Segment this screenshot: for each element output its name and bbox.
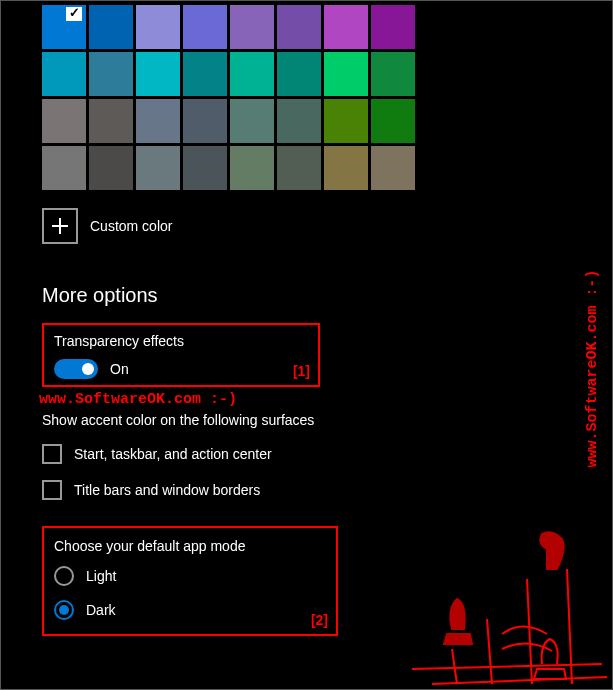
transparency-label: Transparency effects: [54, 333, 308, 349]
toggle-knob: [82, 363, 94, 375]
custom-color-button[interactable]: [42, 208, 78, 244]
checkbox-icon: [42, 480, 62, 500]
color-swatch[interactable]: [89, 52, 133, 96]
watermark-text-inline: www.SoftwareOK.com :-): [39, 391, 612, 408]
color-swatch[interactable]: [183, 99, 227, 143]
checkbox-start-taskbar[interactable]: Start, taskbar, and action center: [42, 444, 612, 464]
annotation-box-2: Choose your default app mode Light Dark …: [42, 526, 338, 636]
color-swatch[interactable]: [183, 52, 227, 96]
color-swatch[interactable]: [371, 52, 415, 96]
transparency-toggle[interactable]: [54, 359, 98, 379]
svg-line-1: [432, 677, 607, 684]
color-swatch[interactable]: [42, 5, 86, 49]
color-swatch[interactable]: [230, 5, 274, 49]
radio-light[interactable]: Light: [54, 566, 326, 586]
color-swatch[interactable]: [230, 99, 274, 143]
color-swatch[interactable]: [136, 5, 180, 49]
checkbox-label: Start, taskbar, and action center: [74, 446, 272, 462]
checkbox-label: Title bars and window borders: [74, 482, 260, 498]
color-swatch[interactable]: [136, 52, 180, 96]
radio-label: Dark: [86, 602, 116, 618]
color-swatch[interactable]: [89, 99, 133, 143]
color-swatch[interactable]: [277, 99, 321, 143]
color-swatch[interactable]: [136, 146, 180, 190]
radio-icon: [54, 600, 74, 620]
color-swatch[interactable]: [324, 99, 368, 143]
annotation-box-1: Transparency effects On [1]: [42, 323, 320, 387]
color-swatch[interactable]: [277, 146, 321, 190]
color-palette-grid: [42, 5, 612, 190]
radio-label: Light: [86, 568, 116, 584]
color-swatch[interactable]: [371, 146, 415, 190]
color-swatch[interactable]: [371, 99, 415, 143]
color-swatch[interactable]: [324, 5, 368, 49]
color-swatch[interactable]: [136, 99, 180, 143]
custom-color-row: Custom color: [42, 208, 612, 244]
color-swatch[interactable]: [324, 52, 368, 96]
radio-dark[interactable]: Dark: [54, 600, 326, 620]
radio-icon: [54, 566, 74, 586]
annotation-number-2: [2]: [311, 612, 328, 628]
transparency-state: On: [110, 361, 129, 377]
svg-line-0: [412, 664, 602, 669]
svg-line-5: [452, 649, 457, 684]
checkbox-icon: [42, 444, 62, 464]
custom-color-label: Custom color: [90, 218, 172, 234]
accent-surfaces-heading: Show accent color on the following surfa…: [42, 412, 612, 428]
color-swatch[interactable]: [183, 5, 227, 49]
color-swatch[interactable]: [230, 146, 274, 190]
color-swatch[interactable]: [89, 5, 133, 49]
color-swatch[interactable]: [183, 146, 227, 190]
color-swatch[interactable]: [42, 52, 86, 96]
color-swatch[interactable]: [42, 99, 86, 143]
color-swatch[interactable]: [324, 146, 368, 190]
color-swatch[interactable]: [277, 5, 321, 49]
color-swatch[interactable]: [371, 5, 415, 49]
more-options-heading: More options: [42, 284, 612, 307]
color-swatch[interactable]: [277, 52, 321, 96]
plus-icon: [52, 218, 68, 234]
app-mode-heading: Choose your default app mode: [54, 538, 326, 554]
annotation-number-1: [1]: [293, 363, 310, 379]
checkbox-titlebars[interactable]: Title bars and window borders: [42, 480, 612, 500]
color-swatch[interactable]: [230, 52, 274, 96]
color-swatch[interactable]: [42, 146, 86, 190]
watermark-text-vertical: www.SoftwareOK.com :-): [584, 270, 601, 468]
color-swatch[interactable]: [89, 146, 133, 190]
